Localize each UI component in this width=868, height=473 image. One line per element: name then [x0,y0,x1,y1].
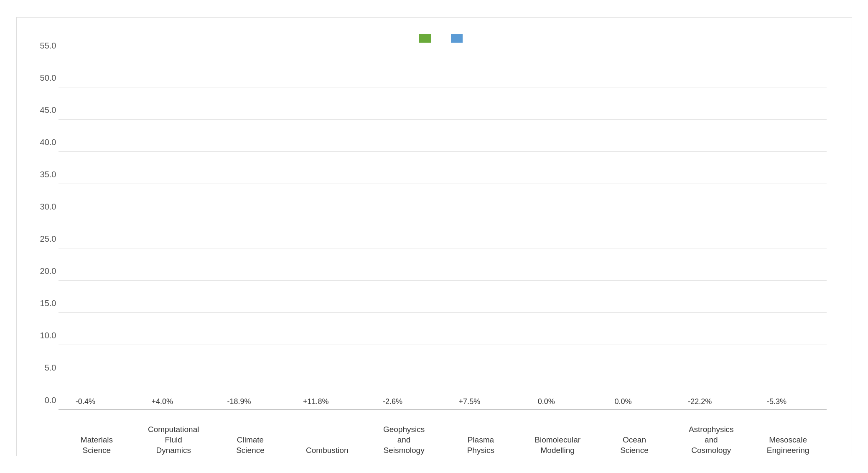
bar-group-6: 0.0%Biomolecular Modelling [519,55,596,410]
diff-label-0: -0.4% [76,397,95,406]
gridline-label-30: 30.0 [36,202,56,211]
gridline-label-55: 55.0 [36,41,56,50]
diff-label-1: +4.0% [151,397,173,406]
diff-label-4: -2.6% [383,397,402,406]
gridline-label-50: 50.0 [36,73,56,82]
diff-label-2: -18.9% [227,397,251,406]
x-label-1: Computational Fluid Dynamics [148,424,199,455]
diff-label-8: -22.2% [688,397,712,406]
bar-group-0: -0.4%Materials Science [59,55,135,410]
legend-swatch-nodeh [451,34,463,43]
gridline-label-5: 5.0 [36,363,56,373]
chart-container: 0.05.010.015.020.025.030.035.040.045.050… [16,17,852,456]
bars-container: -0.4%Materials Science+4.0%Computational… [59,55,827,410]
bar-group-1: +4.0%Computational Fluid Dynamics [135,55,212,410]
gridline-label-15: 15.0 [36,299,56,308]
x-label-6: Biomolecular Modelling [535,435,580,455]
legend-swatch-energy [419,34,431,43]
legend-energy [419,34,434,43]
bar-group-5: +7.5%Plasma Physics [442,55,519,410]
gridline-label-40: 40.0 [36,137,56,147]
x-axis-line [59,409,827,410]
diff-label-3: +11.8% [303,397,329,406]
diff-label-6: 0.0% [538,397,555,406]
x-label-9: Mesoscale Engineering [767,435,809,455]
x-label-0: Materials Science [81,435,113,455]
x-label-2: Climate Science [236,435,265,455]
gridline-label-25: 25.0 [36,234,56,244]
x-label-3: Combustion [306,445,348,456]
gridline-label-45: 45.0 [36,105,56,115]
x-label-7: Ocean Science [615,435,654,455]
gridline-label-0: 0.0 [36,395,56,405]
diff-label-9: -5.3% [767,397,787,406]
x-label-5: Plasma Physics [461,435,500,455]
chart-area: 0.05.010.015.020.025.030.035.040.045.050… [59,55,827,410]
bar-group-9: -5.3%Mesoscale Engineering [750,55,827,410]
gridline-label-35: 35.0 [36,169,56,179]
diff-label-5: +7.5% [459,397,481,406]
bar-group-7: 0.0%Ocean Science [596,55,673,410]
bar-group-2: -18.9%Climate Science [212,55,289,410]
gridline-label-10: 10.0 [36,331,56,340]
legend-nodeh [451,34,466,43]
x-label-8: Astrophysics and Cosmology [689,424,734,455]
diff-label-7: 0.0% [614,397,631,406]
bar-group-8: -22.2%Astrophysics and Cosmology [673,55,750,410]
bar-group-3: +11.8%Combustion [289,55,366,410]
gridline-label-20: 20.0 [36,266,56,276]
chart-legend [59,34,827,43]
bar-group-4: -2.6%Geophysics and Seismology [366,55,443,410]
x-label-4: Geophysics and Seismology [383,424,425,455]
